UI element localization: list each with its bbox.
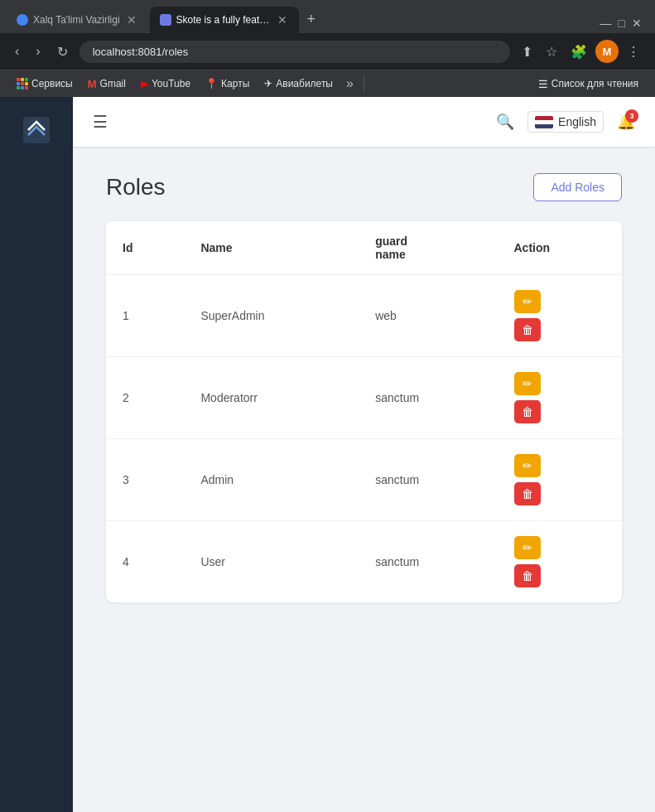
tab-1[interactable]: Xalq Ta'limi Vazirligi ✕ [7,7,148,33]
table-row: 1 SuperAdmin web ✏ 🗑 [106,275,622,357]
reading-list-icon: ☰ [538,78,548,90]
app-layout: ☰ 🔍 English 🔔 3 Roles Add Roles [0,97,655,812]
col-name-header: Name [184,221,359,275]
tab1-close[interactable]: ✕ [125,13,138,27]
tab2-favicon [160,14,171,26]
col-guard-header: guard name [359,221,497,275]
extensions-icon[interactable]: 🧩 [566,41,592,63]
bookmark-gmail[interactable]: M Gmail [81,75,132,93]
delete-button-2[interactable]: 🗑 [514,400,541,423]
tab2-close[interactable]: ✕ [276,13,289,27]
bookmark-star-icon[interactable]: ☆ [541,41,562,63]
tab2-title: Skote is a fully featur... [176,14,271,26]
row4-name: User [184,521,359,603]
language-label: English [558,115,596,128]
tab-bar: Xalq Ta'limi Vazirligi ✕ Skote is a full… [0,0,655,33]
flights-icon: ✈ [264,78,272,89]
close-window-button[interactable]: ✕ [632,17,642,30]
edit-button-2[interactable]: ✏ [514,372,541,395]
table-header-row: Id Name guard name Action [106,221,622,275]
bookmark-maps[interactable]: 📍 Карты [199,75,256,92]
roles-table-card: Id Name guard name Action 1 SuperAdmin w… [106,221,622,602]
notification-badge: 3 [625,109,638,123]
row1-name: SuperAdmin [184,275,359,357]
row3-name: Admin [184,439,359,521]
page-title: Roles [106,174,166,201]
edit-button-3[interactable]: ✏ [514,454,541,477]
action-col-2: ✏ 🗑 [514,372,606,423]
more-bookmarks-button[interactable]: » [341,74,359,94]
minimize-button[interactable]: — [600,17,612,30]
search-button[interactable]: 🔍 [496,113,514,131]
action-col-4: ✏ 🗑 [514,536,606,587]
main-area: ☰ 🔍 English 🔔 3 Roles Add Roles [73,97,655,812]
roles-table: Id Name guard name Action 1 SuperAdmin w… [106,221,622,602]
table-row: 3 Admin sanctum ✏ 🗑 [106,439,622,521]
row2-name: Moderatorr [184,357,359,439]
navbar-right: 🔍 English 🔔 3 [496,111,635,133]
bookmark-flights[interactable]: ✈ Авиабилеты [258,75,340,92]
sidebar-logo[interactable] [20,114,53,147]
bookmarks-bar: Сервисы M Gmail ▶ YouTube 📍 Карты ✈ Авиа… [0,70,655,97]
profile-avatar[interactable]: M [595,40,619,63]
page-content: Roles Add Roles Id Name guard name Actio… [73,147,655,812]
grid-icon [17,78,28,89]
add-roles-button[interactable]: Add Roles [533,173,622,201]
gmail-icon: M [88,78,97,90]
edit-button-4[interactable]: ✏ [514,536,541,559]
app-logo-icon [23,117,50,143]
delete-button-4[interactable]: 🗑 [514,564,541,587]
back-button[interactable]: ‹ [10,41,24,62]
nav-bar: ‹ › ↻ ⬆ ☆ 🧩 M ⋮ [0,33,655,70]
bookmark-youtube[interactable]: ▶ YouTube [134,75,197,92]
reading-list-button[interactable]: ☰ Список для чтения [532,75,645,93]
bookmark-maps-label: Карты [221,78,249,89]
row3-guard: sanctum [359,439,497,521]
delete-button-1[interactable]: 🗑 [514,318,541,341]
bookmark-youtube-label: YouTube [152,78,190,89]
sidebar [0,97,73,812]
share-icon[interactable]: ⬆ [517,41,537,63]
bookmark-flights-label: Авиабилеты [276,78,333,89]
col-id-header: Id [106,221,184,275]
us-flag-icon [535,116,553,128]
page-header: Roles Add Roles [106,173,622,201]
table-row: 2 Moderatorr sanctum ✏ 🗑 [106,357,622,439]
forward-button[interactable]: › [31,41,45,62]
table-header: Id Name guard name Action [106,221,622,275]
top-navbar: ☰ 🔍 English 🔔 3 [73,97,655,147]
reload-button[interactable]: ↻ [52,41,73,63]
new-tab-button[interactable]: + [301,7,323,31]
url-bar[interactable] [79,41,510,63]
row1-guard: web [359,275,497,357]
tab-2[interactable]: Skote is a fully featur... ✕ [150,7,299,33]
language-selector[interactable]: English [527,111,604,133]
row2-guard: sanctum [359,357,497,439]
youtube-icon: ▶ [141,78,148,89]
row4-actions: ✏ 🗑 [498,521,623,603]
table-row: 4 User sanctum ✏ 🗑 [106,521,622,603]
tab1-title: Xalq Ta'limi Vazirligi [33,14,120,26]
edit-button-1[interactable]: ✏ [514,290,541,313]
notification-button[interactable]: 🔔 3 [617,113,635,131]
delete-button-3[interactable]: 🗑 [514,482,541,505]
col-action-header: Action [498,221,623,275]
row4-guard: sanctum [359,521,497,603]
row1-actions: ✏ 🗑 [498,275,623,357]
maximize-button[interactable]: □ [619,17,625,30]
reading-list-label: Список для чтения [551,78,638,89]
bookmark-services-label: Сервисы [31,78,73,89]
nav-icons: ⬆ ☆ 🧩 M ⋮ [517,40,645,63]
table-body: 1 SuperAdmin web ✏ 🗑 [106,275,622,603]
more-options-icon[interactable]: ⋮ [622,41,645,63]
row2-actions: ✏ 🗑 [498,357,623,439]
row4-id: 4 [106,521,184,603]
bookmark-services[interactable]: Сервисы [10,75,79,92]
action-col-1: ✏ 🗑 [514,290,606,341]
browser-chrome: Xalq Ta'limi Vazirligi ✕ Skote is a full… [0,0,655,97]
row2-id: 2 [106,357,184,439]
hamburger-button[interactable]: ☰ [93,112,108,132]
row3-id: 3 [106,439,184,521]
bookmark-gmail-label: Gmail [100,78,126,89]
row3-actions: ✏ 🗑 [498,439,623,521]
